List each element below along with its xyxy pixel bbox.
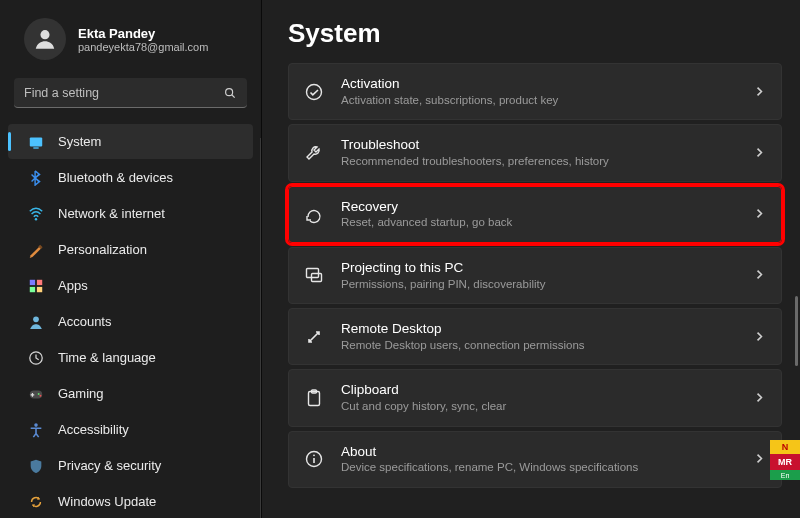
settings-item-projecting[interactable]: Projecting to this PCPermissions, pairin…: [288, 247, 782, 304]
page-title: System: [288, 18, 790, 49]
settings-item-subtitle: Permissions, pairing PIN, discoverabilit…: [341, 277, 738, 291]
settings-item-text: Remote DesktopRemote Desktop users, conn…: [341, 321, 738, 352]
settings-item-subtitle: Reset, advanced startup, go back: [341, 215, 738, 229]
settings-item-title: About: [341, 444, 738, 461]
chevron-right-icon: [754, 328, 765, 346]
person-icon: [32, 26, 58, 52]
settings-item-activation[interactable]: ActivationActivation state, subscription…: [288, 63, 782, 120]
clipboard-icon: [303, 387, 325, 409]
settings-item-remote[interactable]: Remote DesktopRemote Desktop users, conn…: [288, 308, 782, 365]
settings-item-title: Clipboard: [341, 382, 738, 399]
settings-item-text: AboutDevice specifications, rename PC, W…: [341, 444, 738, 475]
chevron-right-icon: [754, 205, 765, 223]
sidebar-item-label: Personalization: [58, 242, 147, 257]
settings-item-subtitle: Device specifications, rename PC, Window…: [341, 460, 738, 474]
profile-text: Ekta Pandey pandeyekta78@gmail.com: [78, 26, 208, 53]
main-panel: System ActivationActivation state, subsc…: [262, 0, 800, 518]
recovery-icon: [303, 203, 325, 225]
scrollbar-thumb[interactable]: [795, 296, 798, 366]
settings-item-text: TroubleshootRecommended troubleshooters,…: [341, 137, 738, 168]
settings-item-subtitle: Recommended troubleshooters, preferences…: [341, 154, 738, 168]
sidebar-item-label: Apps: [58, 278, 88, 293]
time-icon: [28, 350, 44, 366]
sidebar-item-bluetooth[interactable]: Bluetooth & devices: [8, 160, 253, 195]
settings-item-title: Recovery: [341, 199, 738, 216]
chevron-right-icon: [754, 389, 765, 407]
search-input[interactable]: [24, 86, 223, 100]
sidebar-item-privacy[interactable]: Privacy & security: [8, 448, 253, 483]
settings-item-text: ClipboardCut and copy history, sync, cle…: [341, 382, 738, 413]
settings-item-clipboard[interactable]: ClipboardCut and copy history, sync, cle…: [288, 369, 782, 426]
sidebar-item-label: Windows Update: [58, 494, 156, 509]
svg-line-2: [232, 94, 235, 97]
badge-line-3: En: [770, 470, 800, 480]
settings-item-text: ActivationActivation state, subscription…: [341, 76, 738, 107]
remote-icon: [303, 326, 325, 348]
network-icon: [28, 206, 44, 222]
projecting-icon: [303, 264, 325, 286]
sidebar-item-label: Bluetooth & devices: [58, 170, 173, 185]
sidebar-item-label: Privacy & security: [58, 458, 161, 473]
sidebar-item-gaming[interactable]: Gaming: [8, 376, 253, 411]
search-box[interactable]: [14, 78, 247, 108]
apps-icon: [28, 278, 44, 294]
sidebar: Ekta Pandey pandeyekta78@gmail.com Syste…: [0, 0, 262, 518]
settings-item-recovery[interactable]: RecoveryReset, advanced startup, go back: [288, 186, 782, 243]
sidebar-item-label: System: [58, 134, 101, 149]
sidebar-item-update[interactable]: Windows Update: [8, 484, 253, 518]
search-wrap: [0, 78, 261, 118]
sidebar-item-accounts[interactable]: Accounts: [8, 304, 253, 339]
settings-item-text: Projecting to this PCPermissions, pairin…: [341, 260, 738, 291]
sidebar-item-time[interactable]: Time & language: [8, 340, 253, 375]
sidebar-item-system[interactable]: System: [8, 124, 253, 159]
settings-item-subtitle: Remote Desktop users, connection permiss…: [341, 338, 738, 352]
settings-list: ActivationActivation state, subscription…: [288, 63, 790, 488]
personalize-icon: [28, 242, 44, 258]
system-icon: [28, 134, 44, 150]
badge-line-1: N: [770, 440, 800, 454]
troubleshoot-icon: [303, 142, 325, 164]
svg-point-0: [40, 30, 49, 39]
gaming-icon: [28, 386, 44, 402]
settings-item-title: Activation: [341, 76, 738, 93]
settings-item-troubleshoot[interactable]: TroubleshootRecommended troubleshooters,…: [288, 124, 782, 181]
nav-list: SystemBluetooth & devicesNetwork & inter…: [0, 118, 261, 518]
profile-block[interactable]: Ekta Pandey pandeyekta78@gmail.com: [0, 18, 261, 78]
settings-item-text: RecoveryReset, advanced startup, go back: [341, 199, 738, 230]
sidebar-item-label: Accessibility: [58, 422, 129, 437]
settings-item-about[interactable]: AboutDevice specifications, rename PC, W…: [288, 431, 782, 488]
chevron-right-icon: [754, 266, 765, 284]
chevron-right-icon: [754, 450, 765, 468]
sidebar-divider: [260, 138, 261, 518]
update-icon: [28, 494, 44, 510]
bluetooth-icon: [28, 170, 44, 186]
sidebar-item-apps[interactable]: Apps: [8, 268, 253, 303]
sidebar-item-label: Network & internet: [58, 206, 165, 221]
settings-item-subtitle: Activation state, subscriptions, product…: [341, 93, 738, 107]
settings-item-title: Troubleshoot: [341, 137, 738, 154]
sidebar-item-network[interactable]: Network & internet: [8, 196, 253, 231]
about-icon: [303, 448, 325, 470]
chevron-right-icon: [754, 144, 765, 162]
privacy-icon: [28, 458, 44, 474]
sidebar-item-accessibility[interactable]: Accessibility: [8, 412, 253, 447]
sidebar-item-label: Time & language: [58, 350, 156, 365]
search-icon: [223, 86, 237, 100]
corner-badge: N MR En: [770, 440, 800, 480]
settings-item-title: Remote Desktop: [341, 321, 738, 338]
sidebar-item-label: Gaming: [58, 386, 104, 401]
sidebar-item-personalize[interactable]: Personalization: [8, 232, 253, 267]
profile-name: Ekta Pandey: [78, 26, 208, 41]
chevron-right-icon: [754, 83, 765, 101]
settings-item-title: Projecting to this PC: [341, 260, 738, 277]
profile-email: pandeyekta78@gmail.com: [78, 41, 208, 53]
activation-icon: [303, 81, 325, 103]
svg-point-1: [226, 88, 233, 95]
sidebar-item-label: Accounts: [58, 314, 111, 329]
accessibility-icon: [28, 422, 44, 438]
avatar: [24, 18, 66, 60]
settings-item-subtitle: Cut and copy history, sync, clear: [341, 399, 738, 413]
badge-line-2: MR: [770, 454, 800, 470]
accounts-icon: [28, 314, 44, 330]
